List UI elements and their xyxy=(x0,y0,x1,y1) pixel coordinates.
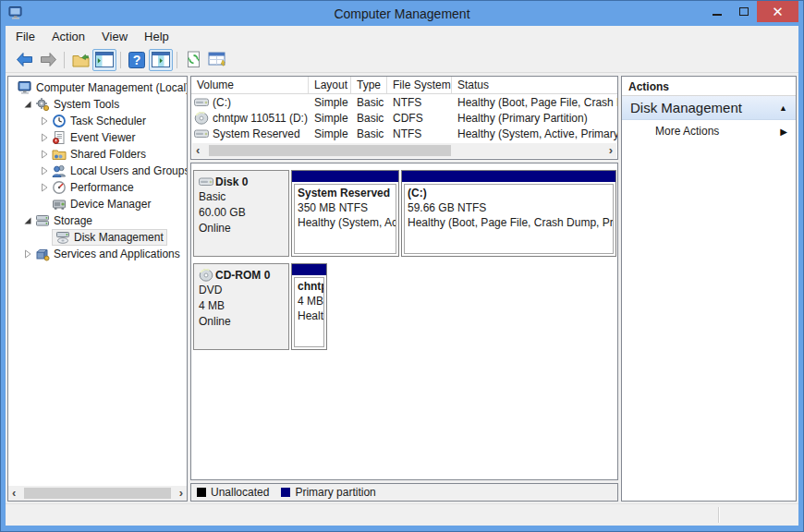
window-title: Computer Management xyxy=(6,6,798,21)
minimize-button[interactable] xyxy=(703,1,730,22)
legend-item: Primary partition xyxy=(281,486,375,499)
volume-row[interactable]: (C:)SimpleBasicNTFSHealthy (Boot, Page F… xyxy=(191,94,617,110)
expand-icon[interactable] xyxy=(23,249,33,260)
volume-cell: System Reserved xyxy=(191,127,309,140)
actions-section-disk-management[interactable]: Disk Management ▲ xyxy=(622,96,796,120)
tree-hscrollbar[interactable]: ‹› xyxy=(8,486,187,501)
column-header-file-system[interactable]: File System xyxy=(387,77,452,93)
column-header-status[interactable]: Status xyxy=(452,77,617,93)
partition-name: System Reserved xyxy=(298,186,393,200)
tree-item-label: Device Manager xyxy=(70,198,151,211)
tree-item-shared-folders[interactable]: Shared Folders xyxy=(8,146,187,163)
partition-name: chntpw 110511 (D:) xyxy=(298,279,321,294)
tree-item-computer-management-local[interactable]: Computer Management (Local) xyxy=(8,79,187,96)
partition-chntpw-110511-d[interactable]: chntpw 110511 (D:)4 MB CDFSHealthy (Prim… xyxy=(291,263,327,350)
back-button[interactable] xyxy=(12,49,36,71)
disk-info-line: Basic xyxy=(199,189,284,205)
rescan-button[interactable] xyxy=(205,49,229,71)
status-cell: Healthy (Primary Partition) xyxy=(452,112,617,125)
action-pane-button[interactable] xyxy=(149,49,173,71)
tree-item-label: Disk Management xyxy=(74,231,164,244)
expand-icon[interactable] xyxy=(40,183,50,193)
volume-list-body: (C:)SimpleBasicNTFSHealthy (Boot, Page F… xyxy=(191,94,617,141)
partition-c[interactable]: (C:)59.66 GB NTFSHealthy (Boot, Page Fil… xyxy=(401,170,616,257)
tree-item-performance[interactable]: Performance xyxy=(8,179,187,196)
partition-color-band xyxy=(292,171,398,182)
disk-name: Disk 0 xyxy=(199,174,284,189)
tree-item-device-manager[interactable]: Device Manager xyxy=(8,196,187,212)
close-button[interactable]: ✕ xyxy=(757,1,798,22)
tree-item-event-viewer[interactable]: Event Viewer xyxy=(8,129,187,146)
cd-icon xyxy=(194,112,210,125)
fs-cell: CDFS xyxy=(387,112,452,125)
scrollbar-thumb[interactable] xyxy=(209,145,451,156)
collapse-section-icon[interactable]: ▲ xyxy=(779,103,787,113)
collapse-icon[interactable] xyxy=(23,216,33,226)
storage-icon xyxy=(35,213,50,228)
more-actions-item[interactable]: More Actions ▶ xyxy=(622,120,796,142)
disk-name-text: CD-ROM 0 xyxy=(215,269,270,282)
disk-label[interactable]: CD-ROM 0DVD4 MBOnline xyxy=(193,263,289,350)
tree-item-storage[interactable]: Storage xyxy=(8,212,187,229)
actions-section-label: Disk Management xyxy=(630,100,742,115)
help-button[interactable]: ? xyxy=(125,49,149,71)
volume-row[interactable]: chntpw 110511 (D:)SimpleBasicCDFSHealthy… xyxy=(191,110,617,126)
selected-tree-item: Disk Management xyxy=(52,229,167,246)
maximize-button[interactable] xyxy=(730,1,757,22)
expand-icon[interactable] xyxy=(40,133,50,143)
menu-view[interactable]: View xyxy=(93,26,136,47)
scroll-left-icon[interactable]: ‹ xyxy=(196,146,200,155)
expand-icon[interactable] xyxy=(40,150,50,160)
maximize-icon xyxy=(739,7,749,16)
column-header-volume[interactable]: Volume xyxy=(191,77,309,93)
scroll-left-icon[interactable]: ‹ xyxy=(12,489,16,498)
scrollbar-thumb[interactable] xyxy=(24,488,171,499)
disk-info-line: Online xyxy=(199,221,284,236)
disk-info-line: 4 MB xyxy=(199,298,284,314)
volume-cell: (C:) xyxy=(191,96,309,109)
shared-folders-icon xyxy=(52,147,67,162)
tree-item-system-tools[interactable]: System Tools xyxy=(8,96,187,113)
volume-name: System Reserved xyxy=(213,127,300,140)
scroll-right-icon[interactable]: › xyxy=(179,489,183,498)
minimize-icon xyxy=(713,14,722,16)
system-tools-icon xyxy=(35,97,50,112)
collapse-icon[interactable] xyxy=(23,100,33,110)
volume-list-hscrollbar[interactable]: ‹ › xyxy=(192,143,616,158)
menu-file[interactable]: File xyxy=(7,26,43,47)
volume-list-header: VolumeLayoutTypeFile SystemStatus xyxy=(191,77,617,94)
console-tree-button[interactable] xyxy=(92,49,116,71)
column-header-layout[interactable]: Layout xyxy=(309,77,351,93)
forward-button[interactable] xyxy=(36,49,60,71)
column-header-type[interactable]: Type xyxy=(351,77,387,93)
computer-icon xyxy=(18,80,32,95)
menu-help[interactable]: Help xyxy=(136,26,177,47)
toolbar-separator xyxy=(120,52,121,68)
tree-item-label: Local Users and Groups xyxy=(70,164,188,177)
disk-info-line: DVD xyxy=(199,283,284,298)
volume-row[interactable]: System ReservedSimpleBasicNTFSHealthy (S… xyxy=(191,126,617,141)
toolbar: ? xyxy=(6,47,798,73)
expand-icon[interactable] xyxy=(40,116,50,127)
folder-button[interactable] xyxy=(68,49,92,71)
disk-row-disk-0: Disk 0Basic60.00 GBOnlineSystem Reserved… xyxy=(193,170,617,257)
tree-item-label: System Tools xyxy=(54,98,119,111)
title-bar[interactable]: Computer Management ✕ xyxy=(6,1,798,26)
partition-info: System Reserved350 MB NTFSHealthy (Syste… xyxy=(294,184,396,254)
partition-name: (C:) xyxy=(408,186,610,200)
partition-system-reserved[interactable]: System Reserved350 MB NTFSHealthy (Syste… xyxy=(291,170,399,257)
device-manager-icon xyxy=(52,197,67,212)
actions-pane: Actions Disk Management ▲ More Actions ▶ xyxy=(621,76,797,502)
tree-item-services-and-applications[interactable]: Services and Applications xyxy=(8,246,187,262)
refresh-button[interactable] xyxy=(181,49,205,71)
tree-item-disk-management[interactable]: Disk Management xyxy=(8,229,187,246)
partition-size: 59.66 GB NTFS xyxy=(408,200,610,215)
tree-item-local-users-and-groups[interactable]: Local Users and Groups xyxy=(8,163,187,179)
tree-item-task-scheduler[interactable]: Task Scheduler xyxy=(8,113,187,129)
menu-action[interactable]: Action xyxy=(43,26,93,47)
status-cell: Healthy (System, Active, Primary Partiti… xyxy=(452,127,617,140)
scroll-right-icon[interactable]: › xyxy=(609,146,613,155)
disk-label[interactable]: Disk 0Basic60.00 GBOnline xyxy=(193,170,289,257)
tree-item-label: Services and Applications xyxy=(54,248,180,260)
expand-icon[interactable] xyxy=(40,166,50,176)
